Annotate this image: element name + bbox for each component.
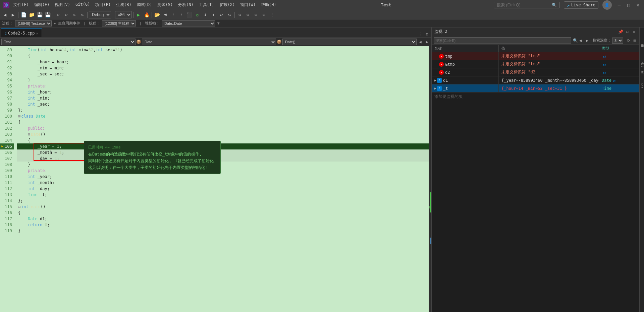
search-next-btn[interactable]: ▶: [586, 38, 591, 43]
breakpoint-btn4[interactable]: ⊙: [260, 11, 268, 18]
maximize-button[interactable]: □: [625, 2, 632, 8]
watch-row-d2[interactable]: ✕ d2 未定义标识符 "d2" ↺: [432, 68, 639, 76]
watch-row-amptmp[interactable]: ✕ &tmp 未定义标识符 "tmp" ↺: [432, 60, 639, 68]
redo2-button[interactable]: ↪: [78, 11, 86, 18]
breakpoint-btn2[interactable]: ⊙: [244, 11, 252, 18]
menu-file[interactable]: 文件(F): [11, 1, 31, 8]
undo-button[interactable]: ↩: [54, 11, 62, 18]
code-line-95: private:: [17, 83, 431, 89]
menu-extensions[interactable]: 扩展(X): [218, 1, 237, 8]
watch-var-t: _t: [443, 86, 448, 91]
watch-row-d1[interactable]: ▶ d d1 {_year=-858993460 _month=-8589934…: [432, 76, 639, 84]
menu-window[interactable]: 窗口(W): [238, 1, 258, 8]
fire-button[interactable]: 🔥: [143, 11, 150, 18]
panel-menu-btn[interactable]: ⋮: [418, 31, 424, 37]
watch-value-d2-text: 未定义标识符 "d2": [501, 69, 538, 75]
arch-select[interactable]: x86: [115, 11, 132, 18]
vertical-scrollbar[interactable]: [429, 46, 431, 312]
panel-settings-btn[interactable]: ⚙: [424, 31, 430, 37]
menu-edit[interactable]: 编辑(E): [32, 1, 52, 8]
step-up[interactable]: ⬆: [210, 11, 217, 18]
stack-select[interactable]: Date::Date: [162, 20, 215, 26]
title-bar-left: 文件(F) 编辑(E) 视图(V) Git(G) 项目(P) 生成(B) 调试(…: [3, 1, 278, 8]
process-bar: 进程： [16948] Test.exe ▶ 生命周期事件 | 线程： [123…: [0, 19, 644, 27]
save-button[interactable]: 💾: [36, 11, 43, 18]
thread-select[interactable]: [12360] 主线程: [102, 20, 136, 26]
step-out-button[interactable]: ⬆: [177, 11, 185, 18]
watch-row-tmp[interactable]: ✕ tmp 未定义标识符 "tmp" ↺: [432, 52, 639, 60]
new-file-button[interactable]: 📄: [20, 11, 27, 18]
code-line-119: }: [17, 228, 431, 234]
close-button[interactable]: ✕: [635, 2, 641, 8]
save-all-button[interactable]: 💾: [44, 11, 51, 18]
minimize-button[interactable]: ─: [616, 2, 623, 8]
watch-refresh-btn[interactable]: ⟳: [626, 38, 631, 43]
right-icon2[interactable]: Git 更改: [640, 56, 644, 76]
menu-help[interactable]: 帮助(H): [259, 1, 278, 8]
scope-select1[interactable]: Test: [1, 39, 136, 45]
watch-value-tmp-text: 未定义标识符 "tmp": [501, 53, 540, 59]
menu-build[interactable]: 生成(B): [114, 1, 133, 8]
nav-next-btn[interactable]: ▶: [424, 39, 430, 45]
back-button[interactable]: ◀: [1, 11, 9, 18]
redo-button[interactable]: ↪: [70, 11, 78, 18]
menu-test[interactable]: 测试(S): [155, 1, 175, 8]
forward-button[interactable]: ▶: [9, 11, 17, 18]
debug-toolbar-open[interactable]: 📂: [153, 11, 161, 18]
menu-tools[interactable]: 工具(T): [197, 1, 216, 8]
step-into-button[interactable]: ⬇: [169, 11, 177, 18]
right-icon3[interactable]: Git: [640, 76, 644, 96]
live-share-button[interactable]: ↗ Live Share: [564, 1, 598, 9]
debug-config-select[interactable]: Debug: [89, 11, 111, 18]
scope-select3[interactable]: Date(): [282, 39, 417, 45]
watch-close-btn[interactable]: ✕: [631, 29, 637, 35]
watch-pin-btn[interactable]: 📌: [618, 29, 623, 35]
expand-arrow-d1[interactable]: ▶: [434, 78, 436, 82]
code-content[interactable]: Time(int hour=14,int min=52,int sec=31) …: [17, 46, 431, 312]
process-select[interactable]: [16948] Test.exe: [15, 20, 52, 26]
restart-button[interactable]: ↺: [194, 11, 201, 18]
breakpoint-btn3[interactable]: ⊙: [252, 11, 260, 18]
menu-git[interactable]: Git(G): [73, 1, 92, 8]
editor-tab[interactable]: C Code2-5.cpp ✕: [1, 28, 42, 37]
tab-close-btn[interactable]: ✕: [36, 32, 38, 35]
step-over-button[interactable]: ⏭: [161, 11, 169, 18]
watch-panel: 监视 2 📌 ⊟ ✕ 🔍 ◀ ▶ 搜索深度： 3 1 2 4 5 ⟳: [431, 27, 639, 312]
scope-select2[interactable]: Date: [142, 39, 276, 45]
open-button[interactable]: 📁: [28, 11, 35, 18]
step-down[interactable]: ⬇: [202, 11, 209, 18]
breakpoint-btn1[interactable]: ⊙: [236, 11, 244, 18]
undo2-button[interactable]: ↩: [62, 11, 70, 18]
code-line-107: _day = 1;: [17, 155, 431, 162]
more-debug-options[interactable]: ⋮: [268, 11, 276, 18]
code-line-101: {: [17, 119, 431, 125]
return-button[interactable]: ↩: [218, 11, 225, 18]
menu-view[interactable]: 视图(V): [53, 1, 72, 8]
menu-debug[interactable]: 调试(D): [135, 1, 154, 8]
depth-select[interactable]: 3 1 2 4 5: [612, 38, 623, 44]
nav-prev-btn[interactable]: ◀: [417, 39, 423, 45]
right-icon1[interactable]: 团队资源管理器: [640, 29, 644, 56]
refresh-icon-d1: ↺: [613, 78, 615, 83]
watch-type-t-text: Time: [602, 86, 611, 91]
watch-search-input[interactable]: [434, 37, 571, 44]
editor-area: C Code2-5.cpp ✕ ⋮ ⚙ Test 📦 Date 📦 Date()…: [0, 27, 431, 312]
stop-button[interactable]: ⬛: [185, 11, 193, 18]
user-avatar[interactable]: 👤: [602, 0, 612, 10]
global-search-input[interactable]: [497, 3, 550, 7]
code-editor[interactable]: 89 90 91 92 93 94 95 96 97 98 99 100 101…: [0, 46, 431, 312]
watch-search-btn[interactable]: 🔍: [573, 38, 578, 43]
expand-arrow-t[interactable]: ▶: [434, 86, 436, 90]
watch-format-btn[interactable]: ⊞: [632, 38, 637, 43]
watch-undock-btn[interactable]: ⊟: [625, 29, 630, 35]
continue-button[interactable]: ▶: [135, 11, 142, 18]
menu-analyze[interactable]: 分析(N): [176, 1, 196, 8]
menu-project[interactable]: 项目(P): [93, 1, 113, 8]
watch-add-row[interactable]: 添加要监视的项: [432, 92, 639, 101]
menu-bar[interactable]: 文件(F) 编辑(E) 视图(V) Git(G) 项目(P) 生成(B) 调试(…: [11, 1, 278, 8]
watch-row-t[interactable]: ▶ d _t {_hour=14 _min=52 _sec=31 } Time: [432, 84, 639, 92]
forward2-button[interactable]: ↪: [226, 11, 233, 18]
ln-104: 104: [0, 137, 14, 143]
search-prev-btn[interactable]: ◀: [579, 38, 585, 43]
ln-108: 108: [0, 162, 14, 168]
